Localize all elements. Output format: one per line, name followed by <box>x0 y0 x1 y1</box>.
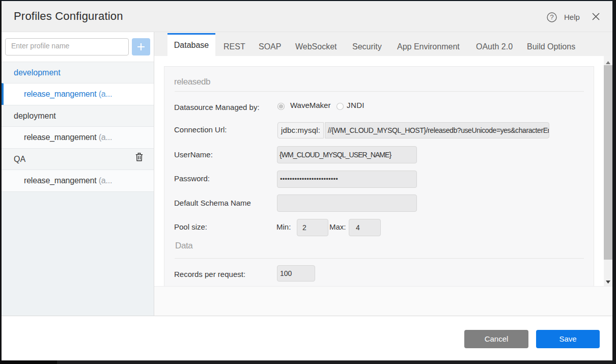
svg-text:?: ? <box>550 13 554 21</box>
